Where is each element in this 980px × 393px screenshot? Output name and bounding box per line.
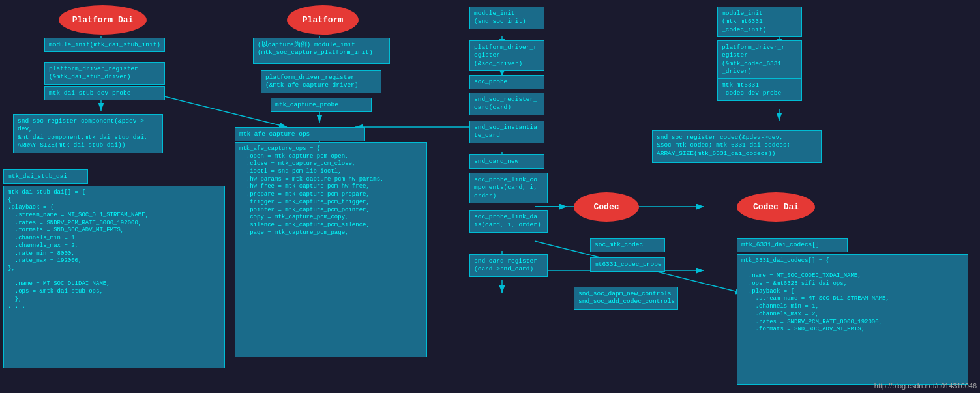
node-platform-driver-register-soc: platform_driver_r egister (&soc_driver) (469, 40, 544, 71)
node-mtk-6331-dai-codecs-content: mtk_6331_dai_codecs[] = { .name = MT_SOC… (737, 254, 968, 385)
node-soc-probe-link-dai: soc_probe_link_da is(card, i, order) (469, 210, 548, 233)
node-soc-probe-link-components: soc_probe_link_co mponents(card, i, orde… (469, 173, 548, 203)
watermark: http://blog.csdn.net/u014310046 (874, 382, 977, 390)
node-snd-soc-instantiate-card: snd_soc_instantia te_card (469, 121, 544, 143)
codec-label: Codec (574, 192, 639, 222)
node-snd-soc-register-codec: snd_soc_register_codec(&pdev->dev, &soc_… (652, 130, 822, 163)
node-mtk-6331-dai-codecs-label: mtk_6331_dai_codecs[] (737, 238, 848, 252)
node-snd-soc-register-component: snd_soc_register_component(&pdev-> dev, … (13, 114, 163, 153)
node-mtk-capture-probe: mtk_capture_probe (271, 98, 372, 112)
node-platform-driver-register-afe: platform_driver_register (&mtk_afe_captu… (261, 70, 381, 93)
node-platform-driver-register-dai: platform_driver_register (&mtk_dai_stub_… (44, 62, 165, 85)
node-mtk-dai-stub-dai-label: mtk_dai_stub_dai (3, 169, 88, 184)
diagram-container: Platform Dai module_init(mtk_dai_stub_in… (0, 0, 980, 393)
node-module-init-platform: (以capture为例) module_init (mtk_soc_captur… (253, 38, 390, 64)
node-module-init-codec: module_init (mtk_mt6331 _codec_init) (717, 7, 802, 37)
node-snd-soc-register-card: snd_soc_register_ card(card) (469, 93, 544, 115)
node-snd-soc-dapm: snd_soc_dapm_new_controls snd_soc_add_co… (574, 287, 678, 310)
node-soc-probe: soc_probe (469, 75, 544, 89)
node-soc-mtk-codec: soc_mtk_codec (590, 238, 665, 252)
platform-dai-label: Platform Dai (59, 5, 147, 35)
codec-dai-label: Codec Dai (737, 192, 815, 222)
platform-label: Platform (287, 5, 359, 35)
node-mtk-mt6331-codec-dev-probe: mtk_mt6331 _codec_dev_probe (717, 78, 802, 101)
node-module-init-dai: module_init(mtk_dai_stub_init) (44, 38, 165, 52)
node-mtk-dai-stub-dev-probe: mtk_dai_stub_dev_probe (44, 86, 165, 100)
node-snd-card-new: snd_card_new (469, 154, 544, 169)
node-mt6331-codec-probe: mt6331_codec_probe (590, 257, 665, 272)
node-platform-driver-register-codec: platform_driver_r egister (&mtk_codec_63… (717, 40, 802, 79)
svg-line-25 (143, 91, 287, 127)
node-mtk-dai-stub-dai-content: mtk_dai_stub_dai[] = { { .playback = { .… (3, 186, 225, 368)
node-mtk-afe-capture-ops-content: mtk_afe_capture_ops = { .open = mtk_capt… (235, 142, 427, 357)
node-module-init-soc: module_init (snd_soc_init) (469, 7, 544, 29)
node-snd-card-register: snd_card_register (card->snd_card) (469, 254, 548, 277)
node-mtk-afe-capture-ops-label: mtk_afe_capture_ops (235, 127, 365, 141)
